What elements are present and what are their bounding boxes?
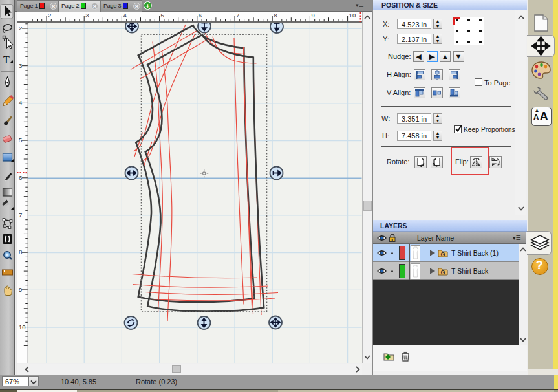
svg-text:10: 10 bbox=[19, 323, 26, 331]
svg-text:5: 5 bbox=[19, 136, 22, 144]
svg-text:3: 3 bbox=[85, 12, 89, 19]
svg-text:8: 8 bbox=[19, 248, 22, 256]
svg-text:6: 6 bbox=[19, 174, 22, 181]
svg-text:4: 4 bbox=[19, 99, 22, 106]
svg-text:7: 7 bbox=[236, 12, 239, 19]
svg-text:3: 3 bbox=[19, 62, 22, 69]
svg-text:6: 6 bbox=[199, 12, 202, 19]
svg-text:9: 9 bbox=[19, 286, 22, 293]
svg-text:8: 8 bbox=[274, 12, 277, 19]
svg-text:4: 4 bbox=[123, 12, 126, 19]
svg-text:2: 2 bbox=[19, 25, 22, 32]
svg-text:9: 9 bbox=[311, 12, 314, 19]
svg-text:10: 10 bbox=[349, 12, 356, 19]
svg-text:5: 5 bbox=[161, 12, 164, 19]
svg-text:7: 7 bbox=[19, 212, 22, 219]
svg-text:G: G bbox=[441, 269, 445, 276]
svg-text:G: G bbox=[441, 251, 445, 257]
svg-text:2: 2 bbox=[48, 12, 51, 19]
